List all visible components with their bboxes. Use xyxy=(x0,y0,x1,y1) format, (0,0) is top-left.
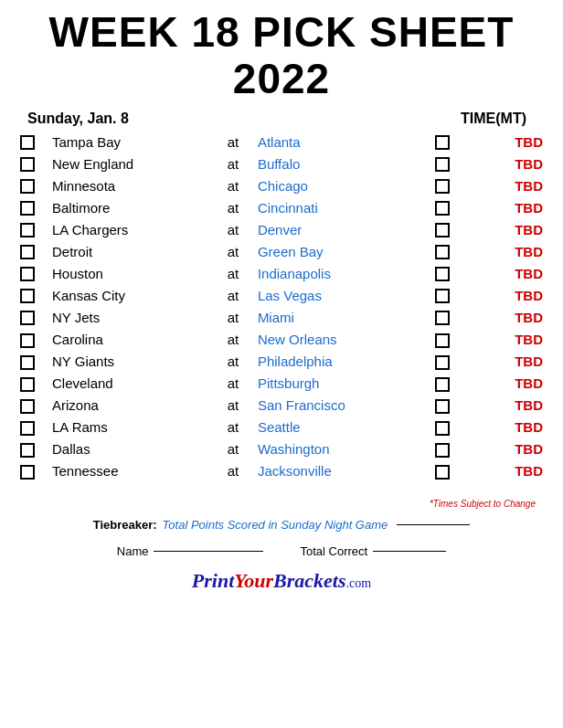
check-team2-0[interactable] xyxy=(433,131,465,153)
check-team1-10[interactable] xyxy=(18,351,50,373)
check-team2-1[interactable] xyxy=(433,153,465,174)
checkbox-team1-2[interactable] xyxy=(20,179,35,194)
checkbox-team2-4[interactable] xyxy=(435,223,450,237)
checkbox-team2-12[interactable] xyxy=(435,399,450,414)
check-team2-10[interactable] xyxy=(433,351,465,373)
check-team1-6[interactable] xyxy=(18,262,50,284)
table-row: New England at Buffalo TBD xyxy=(18,153,545,174)
check-team1-3[interactable] xyxy=(18,196,50,218)
check-team1-15[interactable] xyxy=(18,460,50,482)
checkbox-team2-7[interactable] xyxy=(435,289,450,303)
team2-name-7: Las Vegas xyxy=(256,284,433,306)
checkbox-team2-1[interactable] xyxy=(435,157,450,172)
checkbox-team2-2[interactable] xyxy=(435,179,450,194)
check-team1-9[interactable] xyxy=(18,328,50,350)
at-separator-9: at xyxy=(210,328,256,350)
checkbox-team1-12[interactable] xyxy=(20,399,35,414)
checkbox-team2-5[interactable] xyxy=(435,245,450,259)
name-row: Name Total Correct xyxy=(27,544,536,558)
checkbox-team1-10[interactable] xyxy=(20,355,35,370)
brand-brackets: Brackets xyxy=(273,569,345,592)
game-time-14: TBD xyxy=(465,438,545,460)
table-row: Dallas at Washington TBD xyxy=(18,438,545,460)
check-team2-3[interactable] xyxy=(433,196,465,218)
check-team1-12[interactable] xyxy=(18,395,50,417)
check-team1-13[interactable] xyxy=(18,417,50,438)
at-separator-12: at xyxy=(210,395,256,417)
check-team1-7[interactable] xyxy=(18,284,50,306)
table-row: Houston at Indianapolis TBD xyxy=(18,262,545,284)
team1-name-9: Carolina xyxy=(50,328,210,350)
team1-name-11: Cleveland xyxy=(50,373,210,395)
check-team2-8[interactable] xyxy=(433,306,465,328)
team2-name-1: Buffalo xyxy=(256,153,433,174)
brand-print: Print xyxy=(192,569,234,592)
checkbox-team1-1[interactable] xyxy=(20,157,35,172)
checkbox-team2-14[interactable] xyxy=(435,443,450,458)
checkbox-team1-9[interactable] xyxy=(20,333,35,348)
table-row: Baltimore at Cincinnati TBD xyxy=(18,196,545,218)
tiebreaker-row: Tiebreaker: Total Points Scored in Sunda… xyxy=(27,518,536,532)
table-row: Cleveland at Pittsburgh TBD xyxy=(18,373,545,395)
checkbox-team2-3[interactable] xyxy=(435,201,450,216)
checkbox-team1-0[interactable] xyxy=(20,135,35,150)
game-time-7: TBD xyxy=(465,284,545,306)
checkbox-team2-10[interactable] xyxy=(435,355,450,370)
tiebreaker-label: Tiebreaker: xyxy=(93,518,157,532)
at-separator-3: at xyxy=(210,196,256,218)
check-team1-0[interactable] xyxy=(18,131,50,153)
checkbox-team1-5[interactable] xyxy=(20,245,35,259)
check-team1-1[interactable] xyxy=(18,153,50,174)
check-team2-9[interactable] xyxy=(433,328,465,350)
name-field: Name xyxy=(117,544,264,558)
checkbox-team1-3[interactable] xyxy=(20,201,35,216)
page: WEEK 18 PICK SHEET 2022 Sunday, Jan. 8 T… xyxy=(0,0,563,602)
brand-your: Your xyxy=(234,569,273,592)
team1-name-0: Tampa Bay xyxy=(50,131,210,153)
checkbox-team1-14[interactable] xyxy=(20,443,35,458)
check-team2-5[interactable] xyxy=(433,240,465,262)
check-team2-4[interactable] xyxy=(433,218,465,240)
game-time-3: TBD xyxy=(465,196,545,218)
brand-com: .com xyxy=(346,576,372,590)
check-team2-13[interactable] xyxy=(433,417,465,438)
check-team2-7[interactable] xyxy=(433,284,465,306)
check-team1-11[interactable] xyxy=(18,373,50,395)
checkbox-team2-15[interactable] xyxy=(435,465,450,480)
check-team1-8[interactable] xyxy=(18,306,50,328)
checkbox-team2-0[interactable] xyxy=(435,135,450,150)
checkbox-team1-4[interactable] xyxy=(20,223,35,237)
table-row: Detroit at Green Bay TBD xyxy=(18,240,545,262)
checkbox-team1-13[interactable] xyxy=(20,421,35,436)
game-time-8: TBD xyxy=(465,306,545,328)
game-time-11: TBD xyxy=(465,373,545,395)
check-team1-14[interactable] xyxy=(18,438,50,460)
checkbox-team2-11[interactable] xyxy=(435,377,450,392)
checkbox-team2-6[interactable] xyxy=(435,267,450,281)
at-separator-6: at xyxy=(210,262,256,284)
check-team2-12[interactable] xyxy=(433,395,465,417)
team2-name-8: Miami xyxy=(256,306,433,328)
team2-name-11: Pittsburgh xyxy=(256,373,433,395)
checkbox-team1-6[interactable] xyxy=(20,267,35,281)
time-column-header: TIME(MT) xyxy=(461,111,526,127)
check-team2-14[interactable] xyxy=(433,438,465,460)
team1-name-15: Tennessee xyxy=(50,460,210,482)
check-team1-2[interactable] xyxy=(18,174,50,196)
checkbox-team1-7[interactable] xyxy=(20,289,35,303)
table-row: LA Rams at Seattle TBD xyxy=(18,417,545,438)
check-team2-6[interactable] xyxy=(433,262,465,284)
check-team2-2[interactable] xyxy=(433,174,465,196)
checkbox-team1-15[interactable] xyxy=(20,465,35,480)
checkbox-team2-13[interactable] xyxy=(435,421,450,436)
check-team1-4[interactable] xyxy=(18,218,50,240)
team2-name-14: Washington xyxy=(256,438,433,460)
checkbox-team1-11[interactable] xyxy=(20,377,35,392)
checkbox-team2-9[interactable] xyxy=(435,333,450,348)
check-team1-5[interactable] xyxy=(18,240,50,262)
checkbox-team2-8[interactable] xyxy=(435,311,450,325)
check-team2-15[interactable] xyxy=(433,460,465,482)
checkbox-team1-8[interactable] xyxy=(20,311,35,325)
team1-name-1: New England xyxy=(50,153,210,174)
check-team2-11[interactable] xyxy=(433,373,465,395)
